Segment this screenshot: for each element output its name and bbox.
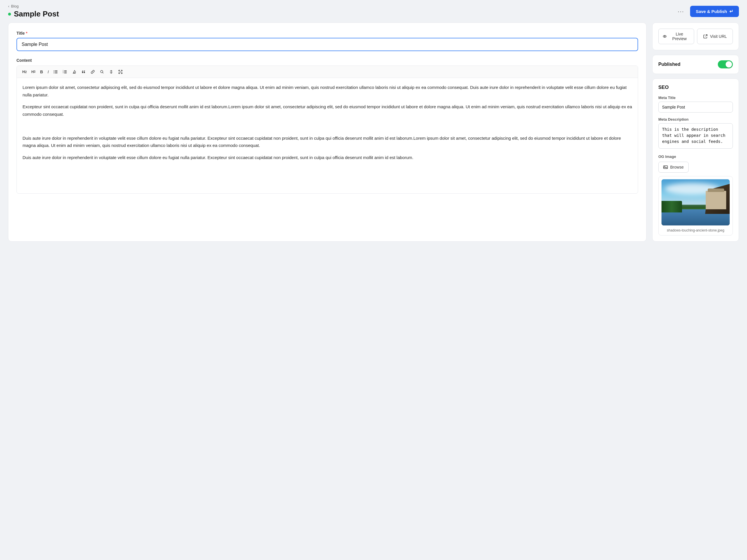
svg-point-12 xyxy=(101,71,103,73)
header: ‹ Blog Sample Post ··· Save & Publish ↵ xyxy=(0,0,747,23)
visit-url-button[interactable]: Visit URL xyxy=(697,29,733,44)
svg-rect-1 xyxy=(55,72,57,72)
editor-toolbar: H2 H3 B I 123 xyxy=(17,66,638,78)
published-card: Published xyxy=(652,55,739,74)
header-left: ‹ Blog Sample Post xyxy=(8,4,59,19)
seo-title: SEO xyxy=(658,85,733,90)
svg-point-5 xyxy=(54,73,54,73)
paragraph-3 xyxy=(23,123,632,130)
paragraph-5: Duis aute irure dolor in reprehenderit i… xyxy=(23,154,632,161)
toolbar-ordered-list-button[interactable]: 123 xyxy=(61,69,69,75)
right-panel: Live Preview Visit URL Published SEO Met… xyxy=(652,23,739,242)
main-layout: Title * Content H2 H3 B I 123 xyxy=(0,23,747,250)
toolbar-expand-button[interactable] xyxy=(116,69,125,75)
toolbar-quote-button[interactable] xyxy=(79,69,88,75)
page-title: Sample Post xyxy=(14,9,59,19)
svg-point-13 xyxy=(663,35,666,37)
editor-container: H2 H3 B I 123 xyxy=(17,65,638,194)
live-preview-button[interactable]: Live Preview xyxy=(658,29,694,44)
meta-title-label: Meta Title xyxy=(658,96,733,100)
svg-rect-2 xyxy=(55,73,57,73)
svg-rect-0 xyxy=(55,71,57,71)
seo-card: SEO Meta Title Meta Description This is … xyxy=(652,79,739,242)
og-trees xyxy=(662,201,682,212)
breadcrumb-label[interactable]: Blog xyxy=(11,4,19,8)
toggle-thumb xyxy=(726,61,732,68)
preview-card: Live Preview Visit URL xyxy=(652,23,739,50)
save-publish-button[interactable]: Save & Publish ↵ xyxy=(690,6,739,17)
left-panel: Title * Content H2 H3 B I 123 xyxy=(8,23,646,242)
breadcrumb-arrow: ‹ xyxy=(8,4,9,8)
toolbar-highlight-button[interactable] xyxy=(70,69,79,75)
paragraph-2: Excepteur sint occaecat cupidatat non pr… xyxy=(23,103,632,118)
og-image-canvas xyxy=(662,179,730,225)
toolbar-italic-button[interactable]: I xyxy=(46,68,51,75)
meta-description-textarea[interactable]: This is the description that will appear… xyxy=(658,123,733,149)
image-icon xyxy=(663,165,668,169)
paragraph-1: Lorem ipsum dolor sit amet, consectetur … xyxy=(23,84,632,99)
preview-actions: Live Preview Visit URL xyxy=(658,29,733,44)
og-image-filename: shadows-touching-ancient-stone.jpeg xyxy=(662,228,730,232)
published-toggle[interactable] xyxy=(718,60,733,69)
svg-text:3: 3 xyxy=(63,72,63,74)
og-image-preview: shadows-touching-ancient-stone.jpeg xyxy=(658,176,733,236)
svg-point-4 xyxy=(54,71,54,72)
svg-rect-8 xyxy=(64,73,67,73)
title-label: Title * xyxy=(17,31,638,35)
toolbar-h3-button[interactable]: H3 xyxy=(29,69,37,75)
visit-url-label: Visit URL xyxy=(710,34,727,39)
svg-point-3 xyxy=(54,70,54,71)
live-preview-label: Live Preview xyxy=(669,32,690,41)
paragraph-4: Duis aute irure dolor in reprehenderit i… xyxy=(23,135,632,149)
browse-label: Browse xyxy=(670,165,684,169)
page-title-row: Sample Post xyxy=(8,9,59,19)
more-options-button[interactable]: ··· xyxy=(675,7,687,16)
content-label: Content xyxy=(17,58,638,63)
title-input[interactable] xyxy=(17,38,638,51)
save-publish-label: Save & Publish xyxy=(696,9,727,14)
content-field-group: Content H2 H3 B I 123 xyxy=(17,58,638,194)
toggle-track[interactable] xyxy=(718,60,733,69)
header-actions: ··· Save & Publish ↵ xyxy=(675,6,739,17)
required-star: * xyxy=(26,31,27,35)
title-field-group: Title * xyxy=(17,31,638,58)
og-image-label: OG Image xyxy=(658,155,733,159)
status-dot xyxy=(8,13,11,16)
toolbar-bold-button[interactable]: B xyxy=(38,69,45,75)
toolbar-link-button[interactable] xyxy=(88,69,97,75)
toolbar-search-button[interactable] xyxy=(98,69,106,75)
editor-content[interactable]: Lorem ipsum dolor sit amet, consectetur … xyxy=(17,78,638,193)
meta-title-input[interactable] xyxy=(658,102,733,113)
svg-rect-7 xyxy=(64,72,67,72)
toolbar-unordered-list-button[interactable] xyxy=(51,69,60,75)
meta-description-label: Meta Description xyxy=(658,117,733,122)
svg-point-14 xyxy=(664,36,665,37)
published-label: Published xyxy=(658,62,680,67)
og-building xyxy=(706,191,726,209)
eye-icon xyxy=(663,34,667,39)
external-link-icon xyxy=(703,34,708,39)
svg-rect-6 xyxy=(64,71,67,71)
toolbar-h2-button[interactable]: H2 xyxy=(20,69,29,75)
enter-icon: ↵ xyxy=(729,9,733,14)
breadcrumb: ‹ Blog xyxy=(8,4,59,8)
browse-button[interactable]: Browse xyxy=(658,162,689,172)
toolbar-align-button[interactable] xyxy=(107,69,115,75)
